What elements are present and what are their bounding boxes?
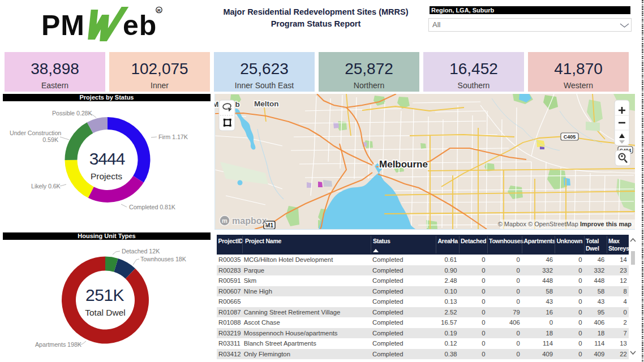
svg-text:C405: C405: [564, 134, 576, 140]
svg-text:3444: 3444: [89, 149, 125, 168]
svg-text:PM: PM: [41, 10, 85, 41]
svg-text:mapbox: mapbox: [232, 216, 267, 226]
svg-text:Melton: Melton: [254, 100, 279, 108]
svg-text:251K: 251K: [85, 286, 124, 304]
svg-text:Total Dwel: Total Dwel: [85, 308, 126, 317]
svg-text:m: m: [222, 217, 227, 224]
svg-text:Melbourne: Melbourne: [379, 159, 428, 170]
svg-text:R: R: [157, 8, 161, 13]
svg-text:Projects: Projects: [91, 171, 122, 181]
svg-text:eb: eb: [123, 10, 157, 41]
svg-text:© Mapbox © OpenStreetMap Impro: © Mapbox © OpenStreetMap Improve this ma…: [498, 221, 632, 227]
